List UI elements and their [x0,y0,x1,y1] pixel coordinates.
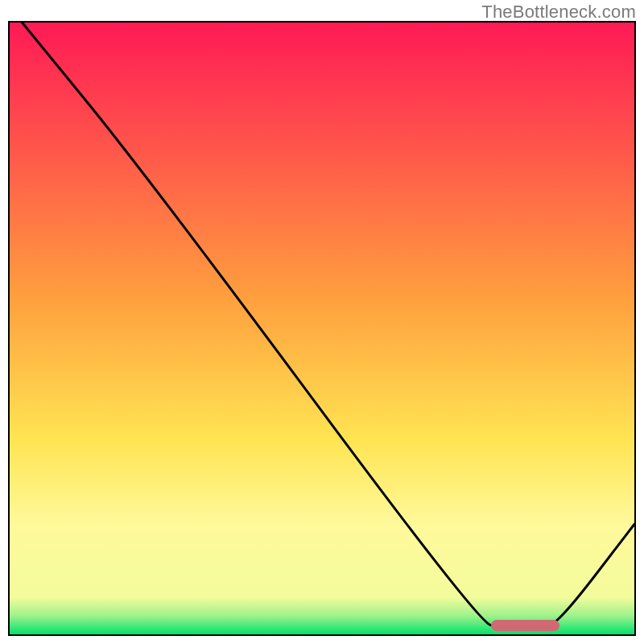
optimal-range-marker [491,620,559,631]
chart-frame [8,21,636,636]
chart-plot [10,23,634,634]
watermark-text: TheBottleneck.com [481,2,636,23]
chart-background [10,23,634,634]
